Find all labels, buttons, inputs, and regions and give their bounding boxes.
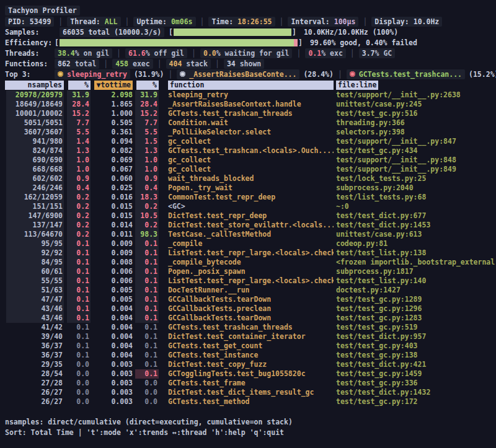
table-row[interactable]: 51/630.10.0050.1DocTestRunner.__rundocte… bbox=[5, 286, 496, 295]
table-row[interactable]: 5051/50517.70.5057.7Condition.waitthread… bbox=[5, 118, 496, 128]
table-row[interactable]: 668/6681.00.0671.0gc_collecttest/support… bbox=[5, 165, 496, 174]
cell-tottime: 0.015 bbox=[91, 202, 133, 211]
table-row[interactable]: 39/400.10.0040.1DictTest.test_container_… bbox=[5, 332, 496, 341]
table-row[interactable]: 55/550.10.0060.1ListTest.test_repr_large… bbox=[5, 276, 496, 286]
table-row[interactable]: 60/610.10.0060.1Popen._posix_spawnsubpro… bbox=[5, 267, 496, 276]
function-name: gc_collect bbox=[159, 165, 334, 174]
pct-direct-value: 0.1 bbox=[67, 323, 91, 332]
table-row[interactable]: 246/2460.40.0250.4Popen._try_waitsubproc… bbox=[5, 183, 496, 193]
table-row[interactable]: 84/950.10.0080.1_compile_bytecode<frozen… bbox=[5, 258, 496, 267]
table-row[interactable]: 941/9801.40.0941.5gc_collecttest/support… bbox=[5, 137, 496, 146]
table-row[interactable]: 28/540.00.0030.1GCTogglingTests.test_bug… bbox=[5, 369, 496, 379]
cell-pct-cumulative: 0.1 bbox=[133, 286, 159, 295]
cell-nsamples: 95/95 bbox=[5, 239, 64, 248]
table-row[interactable]: 162/120590.20.01618.3CommonTest.test_rep… bbox=[5, 193, 496, 202]
column-header-pct1[interactable]: % bbox=[64, 81, 91, 90]
nsamples-value: 51/63 bbox=[6, 286, 64, 295]
cell-pct-direct: 0.1 bbox=[64, 351, 91, 360]
pct-direct-value: 1.3 bbox=[67, 146, 91, 156]
table-row[interactable]: 41/420.10.0040.1GCTests.test_trashcan_th… bbox=[5, 323, 496, 332]
cell-nsamples: 20978/20979 bbox=[5, 90, 64, 100]
file-line: subprocess.py:2040 bbox=[334, 183, 496, 193]
file-line: test/test_gc.py:172 bbox=[334, 397, 496, 406]
table-row[interactable]: 95/950.10.0090.1_compilecodeop.py:81 bbox=[5, 239, 496, 248]
table-row[interactable]: 36/370.10.0040.1GCTests.test_instancetes… bbox=[5, 351, 496, 360]
title-line: Tachyon Profiler bbox=[5, 5, 495, 15]
pct-direct-value: 0.1 bbox=[67, 286, 91, 295]
thread-value: ALL bbox=[105, 17, 118, 26]
table-row[interactable]: 151/1510.20.0150.2<GC>~:0 bbox=[5, 202, 496, 211]
cell-pct-direct: 0.1 bbox=[64, 248, 91, 258]
table-row[interactable]: 137/1470.20.0140.2DictTest.test_store_ev… bbox=[5, 221, 496, 230]
column-header-function-label: function bbox=[168, 81, 334, 90]
nsamples-legend: nsamples: direct/cumulative (direct=exec… bbox=[5, 418, 293, 426]
function-name: GCCallbackTests.tearDown bbox=[159, 295, 334, 304]
column-header-tottime-sorted[interactable]: ▼tottime bbox=[91, 81, 133, 90]
table-row[interactable]: 20978/2097931.92.09831.9sleeping_retryte… bbox=[5, 90, 496, 100]
thread-stat: 3.7% GC bbox=[359, 48, 395, 58]
cell-tottime: 0.016 bbox=[91, 193, 133, 202]
table-row[interactable]: 43/460.10.0040.1GCCallbackTests.preclean… bbox=[5, 304, 496, 314]
cell-nsamples: 246/246 bbox=[5, 183, 64, 193]
file-line: test/list_tests.py:68 bbox=[334, 193, 496, 202]
pct-cumulative-value: 0.4 bbox=[135, 183, 159, 193]
column-header-file[interactable]: file:line bbox=[334, 81, 496, 90]
top3-item[interactable]: _AssertRaisesBaseConte... bbox=[177, 69, 299, 79]
table-row[interactable]: 92/920.10.0090.1ListTest.test_repr_large… bbox=[5, 248, 496, 258]
function-name: Condition.wait bbox=[159, 118, 334, 128]
table-row[interactable]: 147/69000.20.01510.5DictTest.test_repr_d… bbox=[5, 211, 496, 221]
file-line: test/test_gc.py:336 bbox=[334, 379, 496, 388]
cell-pct-direct: 0.1 bbox=[64, 286, 91, 295]
file-line: unittest/case.py:245 bbox=[334, 100, 496, 109]
table-row[interactable]: 824/8741.30.0821.3GCTests.test_trashcan.… bbox=[5, 146, 496, 156]
nsamples-value: 246/246 bbox=[6, 183, 64, 193]
top3-item[interactable]: GCTests.test_trashcan... bbox=[347, 69, 465, 79]
top3-line: Top 3: sleeping_retry(31.9%)│_AssertRais… bbox=[5, 69, 495, 79]
nsamples-value: 36/37 bbox=[6, 341, 64, 351]
pct-cumulative-value: 10.5 bbox=[135, 211, 159, 221]
table-row[interactable]: 26/270.00.0030.0GCTests.test_methodtest/… bbox=[5, 397, 496, 406]
column-header-function[interactable]: function bbox=[159, 81, 334, 90]
function-name: GCCallbackTests.preclean bbox=[159, 304, 334, 314]
nsamples-value: 137/147 bbox=[6, 221, 64, 230]
cell-pct-cumulative: 7.7 bbox=[133, 118, 159, 128]
table-row[interactable]: 29/350.00.0030.1DictTest.test_copy_fuzzt… bbox=[5, 360, 496, 369]
samples-total: 66035 total (10000.3/s) bbox=[60, 27, 164, 37]
samples-line: Samples: 66035 total (10000.3/s) [ ] 10.… bbox=[5, 27, 495, 37]
cell-pct-cumulative: 0.4 bbox=[133, 183, 159, 193]
column-header-nsamples[interactable]: nsamples bbox=[5, 81, 64, 90]
cell-pct-cumulative: 0.0 bbox=[133, 388, 159, 397]
table-row[interactable]: 113/646700.20.01198.3TestCase._callTestM… bbox=[5, 230, 496, 239]
cell-pct-cumulative: 98.3 bbox=[133, 230, 159, 239]
table-row[interactable]: 10001/1000215.21.00015.2GCTests.test_tra… bbox=[5, 109, 496, 118]
table-row[interactable]: 47/470.10.0050.1GCCallbackTests.tearDown… bbox=[5, 295, 496, 304]
bracket-close: ] bbox=[298, 38, 303, 47]
table-row[interactable]: 43/460.10.0040.1GCCallbackTests.tearDown… bbox=[5, 314, 496, 323]
cell-tottime: 0.011 bbox=[91, 230, 133, 239]
thread-field[interactable]: Thread:ALL bbox=[67, 17, 120, 27]
table-row[interactable]: 36/370.10.0040.1GCTests.test_get_countte… bbox=[5, 341, 496, 351]
file-line: test/test_dict.py:1432 bbox=[334, 388, 496, 397]
table-row[interactable]: 27/280.00.0030.0GCTests.test_frametest/t… bbox=[5, 379, 496, 388]
table-row[interactable]: 18649/1864928.41.86528.4_AssertRaisesBas… bbox=[5, 100, 496, 109]
efficiency-bar-track bbox=[60, 39, 298, 46]
cell-pct-cumulative: 0.0 bbox=[133, 397, 159, 406]
table-row[interactable]: 690/6901.00.0691.0gc_collecttest/support… bbox=[5, 156, 496, 165]
thread-stat-unit: % off gil bbox=[146, 49, 184, 58]
pct-direct-value: 28.4 bbox=[67, 100, 91, 109]
pct-direct-value: 0.4 bbox=[67, 183, 91, 193]
bronze-medal-icon bbox=[350, 71, 355, 77]
table-row[interactable]: 602/6020.90.0600.9wait_threads_blockedte… bbox=[5, 174, 496, 183]
cell-tottime: 0.009 bbox=[91, 239, 133, 248]
pct-direct-value: 5.5 bbox=[67, 128, 91, 137]
table-row[interactable]: 26/270.00.0030.0DictTest.test_dict_items… bbox=[5, 388, 496, 397]
cell-nsamples: 43/46 bbox=[5, 314, 64, 323]
cell-nsamples: 92/92 bbox=[5, 248, 64, 258]
cell-nsamples: 941/980 bbox=[5, 137, 64, 146]
keybinding-help: Sort: Total Time | 't':mode 'x':trends ↔… bbox=[5, 428, 284, 437]
cell-pct-cumulative: 0.1 bbox=[133, 323, 159, 332]
top3-item[interactable]: sleeping_retry bbox=[55, 69, 130, 79]
column-header-pct2[interactable]: % bbox=[133, 81, 159, 90]
cell-pct-cumulative: 0.2 bbox=[133, 221, 159, 230]
table-row[interactable]: 3607/36075.50.3615.5_PollLikeSelector.se… bbox=[5, 128, 496, 137]
